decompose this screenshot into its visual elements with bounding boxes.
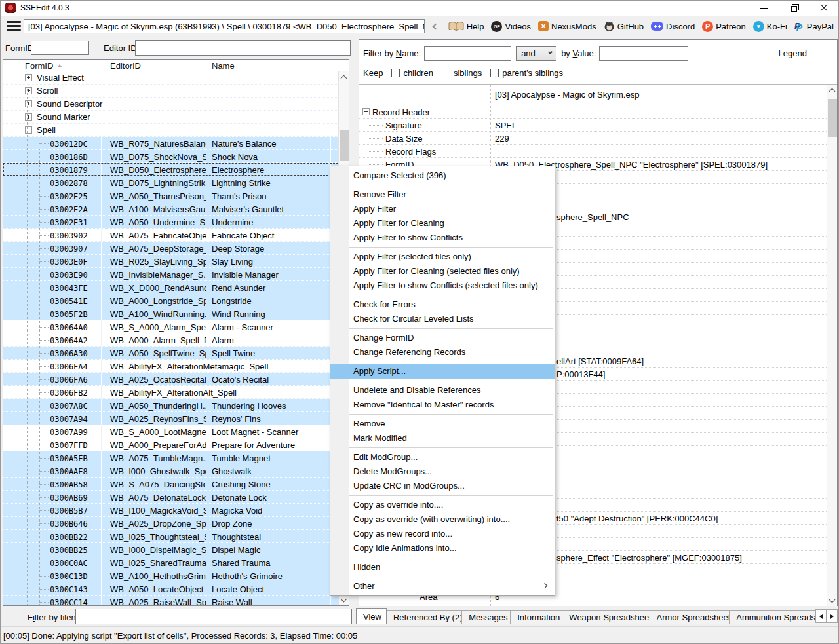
table-row[interactable]: 03007FFD WB_A000_PrepareForAd... Prepare… — [3, 438, 338, 451]
record-row-data-size[interactable]: Data Size 229 — [359, 132, 827, 145]
keep-children-checkbox[interactable] — [391, 69, 400, 77]
table-row[interactable]: 03001879 WB_D050_Electrosphere_... Elect… — [3, 163, 338, 176]
tab-view[interactable]: View — [356, 608, 387, 624]
tab-referenced-by-2-[interactable]: Referenced By (2) — [387, 610, 462, 624]
menu-item-copy-as-override-into[interactable]: Copy as override into.... — [330, 498, 555, 512]
table-row[interactable]: 03007A8C WB_A050_ThunderingH... Thunderi… — [3, 399, 338, 412]
table-row[interactable]: 03003907 WB_A075_DeepStorage_... Deep St… — [3, 242, 338, 255]
formid-filter-input[interactable] — [31, 41, 89, 55]
record-row-record-header[interactable]: Record Header — [359, 105, 827, 119]
toolbar-link-patreon[interactable]: P Patreon — [702, 21, 746, 32]
table-row[interactable]: 0300541E WB_A000_Longstride_Sp... Longst… — [3, 294, 338, 307]
column-header-name[interactable]: Name — [212, 60, 235, 71]
table-row[interactable]: 03007A94 WB_A025_ReynosFins_S... Reynos'… — [3, 412, 338, 425]
scroll-up-icon[interactable] — [829, 88, 836, 95]
filter-value-input[interactable] — [599, 46, 688, 61]
menu-item-undelete-and-disable-references[interactable]: Undelete and Disable References — [330, 383, 555, 398]
menu-item-copy-as-new-record-into[interactable]: Copy as new record into... — [330, 527, 555, 541]
menu-item-update-crc-in-modgroups[interactable]: Update CRC in ModGroups... — [330, 479, 555, 493]
table-row[interactable]: 030064A2 WB_A000_Alarm_Spell_PC Alarm — [3, 333, 338, 347]
menu-item-apply-filter-to-show-conflicts[interactable]: Apply Filter to show Conflicts — [330, 231, 555, 245]
scrollbar-thumb[interactable] — [340, 130, 349, 161]
toolbar-link-github[interactable]: GitHub — [604, 21, 644, 32]
table-row[interactable]: 0300AB58 WB_S_A075_DancingSto... Crushin… — [3, 478, 338, 491]
menu-item-apply-filter[interactable]: Apply Filter — [330, 202, 555, 216]
menu-item-check-for-errors[interactable]: Check for Errors — [330, 297, 555, 312]
menu-item-remove-identical-to-master-records[interactable]: Remove "Identical to Master" records — [330, 398, 555, 412]
tab-armor-spreadsheet[interactable]: Armor Spreadsheet — [650, 610, 730, 624]
tree-group-sound-descriptor[interactable]: Sound Descriptor — [3, 98, 338, 111]
toolbar-link-help[interactable]: Help — [448, 21, 484, 31]
tab-ammunition-spreadsheet[interactable]: Ammunition Spreadsheet — [730, 610, 829, 624]
table-row[interactable]: 03003902 WB_A075_FabricateObje... Fabric… — [3, 229, 338, 242]
table-row[interactable]: 0300C13D WB_A100_HethothsGrim... Hethoth… — [3, 569, 338, 582]
table-row[interactable]: 0300AB69 WB_A075_DetonateLock... Detonat… — [3, 491, 338, 504]
menu-item-apply-script[interactable]: Apply Script... — [330, 364, 555, 379]
menu-item-mark-modified[interactable]: Mark Modified — [330, 431, 555, 445]
menu-item-apply-filter-for-cleaning[interactable]: Apply Filter for Cleaning — [330, 216, 555, 231]
menu-item-apply-filter-to-show-conflicts-selected-files-only[interactable]: Apply Filter to show Conflicts (selected… — [330, 278, 555, 293]
tree-group-visual-effect[interactable]: Visual Effect — [3, 71, 338, 85]
expand-icon[interactable] — [25, 126, 32, 134]
scroll-down-icon[interactable] — [341, 596, 347, 603]
table-row[interactable]: 03002E25 WB_A050_TharnsPrison_... Tharn'… — [3, 189, 338, 202]
tab-information[interactable]: Information — [511, 610, 562, 624]
tab-messages[interactable]: Messages — [462, 610, 511, 624]
tab-weapon-spreadsheet[interactable]: Weapon Spreadsheet — [562, 610, 650, 624]
collapse-icon[interactable] — [362, 108, 370, 115]
menu-item-change-referencing-records[interactable]: Change Referencing Records — [330, 345, 555, 360]
menu-item-check-for-circular-leveled-lists[interactable]: Check for Circular Leveled Lists — [330, 312, 555, 326]
back-button[interactable] — [428, 20, 442, 32]
tree-group-sound-marker[interactable]: Sound Marker — [3, 111, 338, 124]
menu-item-other[interactable]: Other — [330, 579, 555, 594]
toolbar-link-videos[interactable]: GP Videos — [491, 21, 531, 32]
scroll-up-icon[interactable] — [341, 75, 347, 82]
filename-filter-input[interactable] — [75, 609, 352, 624]
legend-button[interactable]: Legend — [779, 48, 807, 58]
record-scrollbar[interactable] — [827, 85, 837, 606]
table-row[interactable]: 030012DC WB_R075_NaturesBalanc... Nature… — [3, 137, 338, 150]
keep-parent-s-siblings-checkbox[interactable] — [490, 69, 499, 77]
menu-item-change-formid[interactable]: Change FormID — [330, 331, 555, 345]
table-row[interactable]: 03002E31 WB_A050_Undermine_S... Undermin… — [3, 216, 338, 229]
toolbar-link-nexusmods[interactable]: × NexusMods — [538, 21, 596, 31]
filter-name-input[interactable] — [424, 46, 511, 61]
table-row[interactable]: 03002E2A WB_A100_MalvisersGau... Malvise… — [3, 202, 338, 216]
table-row[interactable]: 0300CC14 WB_A025_RaiseWall_Spe... Raise … — [3, 596, 338, 605]
table-row[interactable]: 0300186D WB_D075_ShockNova_S... Shock No… — [3, 150, 338, 163]
expand-icon[interactable] — [25, 87, 32, 94]
menu-item-edit-modgroup[interactable]: Edit ModGroup... — [330, 450, 555, 464]
table-row[interactable]: 0300B646 WB_A025_DropZone_Sp... Drop Zon… — [3, 517, 338, 530]
expand-icon[interactable] — [25, 74, 32, 81]
table-row[interactable]: 03006FA4 WB_AbilityFX_AlterationMetamagi… — [3, 360, 338, 373]
record-file-column-header[interactable]: [03] Apocalypse - Magic of Skyrim.esp — [359, 85, 827, 105]
table-row[interactable]: 03003E90 WB_InvisibleManager_S... Invisi… — [3, 268, 338, 281]
menu-item-remove[interactable]: Remove — [330, 417, 555, 431]
menu-item-apply-filter-for-cleaning-selected-files-only[interactable]: Apply Filter for Cleaning (selected file… — [330, 264, 555, 278]
table-row[interactable]: 03006FA6 WB_A025_OcatosRecital... Ocato'… — [3, 373, 338, 386]
toolbar-link-paypal[interactable]: PP PayPal — [794, 21, 834, 31]
table-row[interactable]: 0300C143 WB_A050_LocateObject_... Locate… — [3, 582, 338, 596]
close-button[interactable] — [809, 0, 839, 16]
filter-operator-select[interactable]: and — [516, 46, 556, 61]
table-row[interactable]: 03006FB2 WB_AbilityFX_AlterationAlt_Spel… — [3, 386, 338, 399]
menu-item-compare-selected-396[interactable]: Compare Selected (396) — [330, 168, 555, 183]
hamburger-menu-icon[interactable] — [7, 21, 21, 31]
table-row[interactable]: 0300BB22 WB_I025_Thoughtsteal_S... Thoug… — [3, 530, 338, 543]
table-row[interactable]: 03006A30 WB_A050_SpellTwine_Sp... Spell … — [3, 347, 338, 360]
menu-item-hidden[interactable]: Hidden — [330, 560, 555, 575]
table-row[interactable]: 03005F2B WB_A100_WindRunning... Wind Run… — [3, 307, 338, 320]
menu-item-delete-modgroups[interactable]: Delete ModGroups... — [330, 464, 555, 479]
expand-icon[interactable] — [25, 100, 32, 107]
tab-scroll-left-button[interactable] — [815, 609, 827, 623]
table-row[interactable]: 030043FE WB_X_D000_RendAsund... Rend Asu… — [3, 281, 338, 294]
table-row[interactable]: 0300A5EB WB_A075_TumbleMagn... Tumble Ma… — [3, 451, 338, 464]
table-row[interactable]: 0300C0AC WB_I025_SharedTrauma... Shared … — [3, 556, 338, 569]
menu-item-copy-idle-animations-into[interactable]: Copy Idle Animations into... — [330, 541, 555, 556]
toolbar-link-ko-fi[interactable]: ♥ Ko-Fi — [753, 21, 787, 32]
keep-siblings-checkbox[interactable] — [442, 69, 450, 77]
column-header-editorid[interactable]: EditorID — [110, 60, 141, 71]
table-row[interactable]: 0300AAE8 WB_I000_Ghostwalk_Spe... Ghostw… — [3, 464, 338, 478]
column-header-formid[interactable]: FormID — [25, 60, 62, 71]
toolbar-link-discord[interactable]: Discord — [651, 22, 695, 31]
